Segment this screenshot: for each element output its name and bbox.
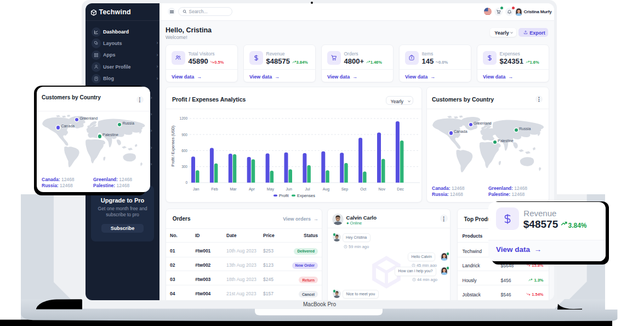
svg-text:300: 300 (181, 165, 187, 168)
svg-text:Oct: Oct (360, 187, 366, 191)
svg-text:900: 900 (181, 133, 187, 137)
svg-text:600: 600 (181, 149, 187, 153)
svg-text:Expenses: Expenses (297, 193, 315, 198)
svg-text:Jul: Jul (305, 187, 310, 191)
svg-text:Nov: Nov (378, 187, 385, 191)
svg-text:0: 0 (185, 181, 187, 184)
svg-text:Feb: Feb (212, 187, 218, 191)
svg-text:Mar: Mar (230, 187, 237, 191)
svg-text:May: May (267, 187, 275, 192)
svg-text:Jan: Jan (193, 187, 199, 191)
svg-text:Apr: Apr (249, 187, 255, 192)
svg-text:Profit / Expenses (USD): Profit / Expenses (USD) (171, 126, 175, 166)
svg-text:Profit: Profit (279, 193, 289, 198)
svg-text:Aug: Aug (323, 187, 330, 192)
svg-text:Dec: Dec (397, 187, 404, 191)
svg-text:Jun: Jun (286, 187, 292, 191)
svg-text:1200: 1200 (180, 116, 188, 120)
svg-text:Sep: Sep (341, 187, 349, 192)
